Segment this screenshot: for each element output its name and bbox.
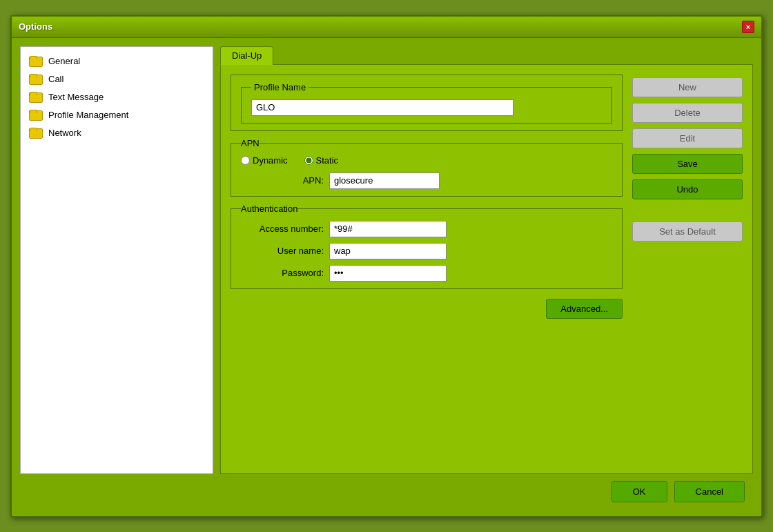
password-label: Password:: [241, 268, 324, 278]
profile-name-input[interactable]: [251, 99, 513, 116]
main-layout: General Call Text Message Profile Manage…: [20, 46, 753, 474]
access-number-input[interactable]: [329, 221, 447, 237]
titlebar: Options ×: [12, 17, 761, 38]
radio-dynamic-label[interactable]: Dynamic: [241, 155, 288, 166]
access-number-label: Access number:: [241, 224, 324, 234]
undo-button[interactable]: Undo: [632, 179, 743, 199]
folder-icon: [29, 56, 43, 67]
username-input[interactable]: [329, 243, 447, 259]
form-area: Profile Name APN Dyn: [231, 75, 623, 464]
apn-legend: APN: [241, 138, 260, 148]
password-input[interactable]: [329, 265, 447, 282]
ok-button[interactable]: OK: [611, 481, 667, 502]
apn-row: APN:: [241, 173, 612, 189]
auth-section: Authentication Access number: User name:: [231, 204, 623, 289]
profile-name-legend: Profile Name: [251, 82, 309, 92]
auth-legend: Authentication: [241, 204, 297, 214]
set-default-button[interactable]: Set as Default: [632, 221, 743, 242]
window-title: Options: [19, 21, 52, 32]
bottom-bar: OK Cancel: [20, 474, 753, 508]
folder-icon: [29, 74, 43, 85]
sidebar-label-text-message: Text Message: [48, 92, 104, 102]
sidebar-item-call[interactable]: Call: [25, 70, 208, 88]
content-area: Dial-Up Profile Name: [220, 46, 753, 474]
radio-static-text: Static: [316, 155, 339, 166]
sidebar-label-profile-management: Profile Management: [48, 110, 128, 120]
button-panel: New Delete Edit Save Undo Set as Default: [632, 75, 743, 464]
save-button[interactable]: Save: [632, 154, 743, 174]
options-window: Options × General Call Text Message: [10, 15, 763, 518]
sidebar-item-text-message[interactable]: Text Message: [25, 88, 208, 106]
close-button[interactable]: ×: [742, 21, 754, 33]
apn-radio-group: Dynamic Static: [241, 155, 612, 166]
username-label: User name:: [241, 246, 324, 256]
apn-input[interactable]: [329, 173, 440, 189]
apn-label: APN:: [241, 175, 324, 186]
folder-icon: [29, 128, 43, 139]
radio-dynamic[interactable]: [241, 156, 250, 165]
access-number-row: Access number:: [241, 221, 612, 237]
sidebar-item-profile-management[interactable]: Profile Management: [25, 106, 208, 124]
advanced-button[interactable]: Advanced...: [546, 299, 623, 319]
sidebar-label-network: Network: [48, 128, 81, 138]
apn-section: APN Dynamic Static: [231, 138, 623, 197]
new-button[interactable]: New: [632, 77, 743, 97]
username-row: User name:: [241, 243, 612, 259]
sidebar: General Call Text Message Profile Manage…: [20, 46, 213, 474]
tab-dialup[interactable]: Dial-Up: [220, 46, 273, 65]
tab-bar: Dial-Up: [220, 46, 753, 65]
folder-icon: [29, 110, 43, 121]
edit-button[interactable]: Edit: [632, 128, 743, 148]
sidebar-item-network[interactable]: Network: [25, 124, 208, 142]
password-row: Password:: [241, 265, 612, 282]
sidebar-item-general[interactable]: General: [25, 52, 208, 70]
radio-static-label[interactable]: Static: [304, 155, 339, 166]
advanced-row: Advanced...: [231, 299, 623, 319]
sidebar-label-call: Call: [48, 74, 63, 84]
delete-button[interactable]: Delete: [632, 103, 743, 123]
sidebar-label-general: General: [48, 56, 80, 66]
window-body: General Call Text Message Profile Manage…: [12, 38, 761, 516]
folder-icon: [29, 92, 43, 103]
radio-dynamic-text: Dynamic: [253, 155, 288, 166]
panel: Profile Name APN Dyn: [220, 64, 753, 474]
profile-name-fieldset: Profile Name: [231, 75, 623, 131]
radio-static[interactable]: [304, 156, 313, 165]
cancel-button[interactable]: Cancel: [674, 481, 745, 502]
